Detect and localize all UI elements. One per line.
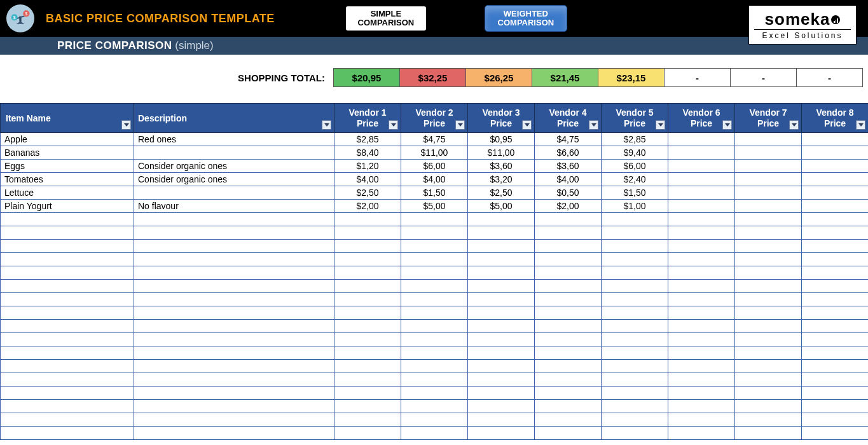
cell-price[interactable]: $2,50 (468, 186, 535, 200)
cell-price[interactable] (802, 240, 869, 253)
cell-price[interactable] (668, 333, 735, 346)
cell-description[interactable] (134, 360, 334, 373)
cell-price[interactable] (535, 320, 602, 333)
cell-price[interactable]: $1,50 (602, 186, 668, 200)
cell-price[interactable] (802, 226, 869, 240)
cell-description[interactable]: Consider organic ones (134, 160, 334, 173)
cell-price[interactable] (668, 200, 735, 213)
cell-price[interactable] (334, 306, 401, 320)
cell-price[interactable] (668, 413, 735, 427)
cell-price[interactable]: $0,50 (535, 186, 602, 200)
cell-price[interactable] (468, 280, 535, 293)
cell-price[interactable] (735, 133, 802, 146)
cell-price[interactable] (602, 213, 668, 226)
cell-price[interactable] (668, 373, 735, 387)
cell-description[interactable] (134, 293, 334, 306)
cell-price[interactable] (334, 387, 401, 400)
cell-price[interactable] (668, 400, 735, 413)
cell-item-name[interactable] (1, 346, 134, 360)
cell-price[interactable] (802, 373, 869, 387)
cell-price[interactable] (334, 346, 401, 360)
cell-item-name[interactable] (1, 253, 134, 266)
cell-price[interactable] (802, 400, 869, 413)
cell-item-name[interactable] (1, 226, 134, 240)
cell-price[interactable] (468, 400, 535, 413)
cell-price[interactable] (668, 306, 735, 320)
cell-price[interactable] (334, 400, 401, 413)
cell-price[interactable] (468, 427, 535, 440)
cell-price[interactable] (668, 160, 735, 173)
cell-price[interactable] (334, 226, 401, 240)
cell-item-name[interactable] (1, 306, 134, 320)
cell-price[interactable] (334, 240, 401, 253)
cell-price[interactable]: $4,00 (401, 173, 468, 186)
cell-price[interactable] (668, 360, 735, 373)
col-vendor-8[interactable]: Vendor 8Price (802, 104, 869, 133)
cell-price[interactable]: $4,00 (535, 173, 602, 186)
cell-price[interactable] (602, 226, 668, 240)
cell-description[interactable] (134, 427, 334, 440)
cell-price[interactable] (334, 413, 401, 427)
cell-price[interactable] (334, 253, 401, 266)
filter-dropdown-icon[interactable] (789, 120, 799, 130)
cell-price[interactable]: $6,00 (401, 160, 468, 173)
cell-item-name[interactable] (1, 320, 134, 333)
cell-price[interactable] (334, 373, 401, 387)
col-vendor-7[interactable]: Vendor 7Price (735, 104, 802, 133)
cell-price[interactable] (735, 293, 802, 306)
cell-price[interactable] (802, 146, 869, 160)
cell-description[interactable] (134, 306, 334, 320)
cell-price[interactable] (468, 373, 535, 387)
cell-price[interactable] (602, 280, 668, 293)
cell-price[interactable] (535, 306, 602, 320)
cell-item-name[interactable]: Eggs (1, 160, 134, 173)
col-vendor-3[interactable]: Vendor 3Price (468, 104, 535, 133)
cell-price[interactable] (802, 266, 869, 280)
cell-price[interactable] (468, 387, 535, 400)
tab-simple-comparison[interactable]: SIMPLE COMPARISON (345, 5, 427, 32)
cell-price[interactable] (735, 400, 802, 413)
cell-description[interactable] (134, 240, 334, 253)
cell-price[interactable] (401, 427, 468, 440)
cell-price[interactable]: $1,00 (602, 200, 668, 213)
cell-price[interactable] (468, 306, 535, 320)
cell-price[interactable] (535, 413, 602, 427)
cell-price[interactable] (802, 346, 869, 360)
cell-price[interactable] (334, 280, 401, 293)
filter-dropdown-icon[interactable] (389, 120, 398, 130)
cell-price[interactable] (802, 320, 869, 333)
cell-price[interactable] (668, 346, 735, 360)
cell-price[interactable]: $11,00 (401, 146, 468, 160)
cell-price[interactable]: $3,20 (468, 173, 535, 186)
cell-price[interactable]: $4,75 (401, 133, 468, 146)
cell-price[interactable] (334, 213, 401, 226)
cell-item-name[interactable] (1, 280, 134, 293)
cell-price[interactable] (802, 360, 869, 373)
filter-dropdown-icon[interactable] (522, 120, 532, 130)
cell-price[interactable] (735, 266, 802, 280)
cell-price[interactable] (602, 293, 668, 306)
cell-price[interactable] (401, 226, 468, 240)
cell-price[interactable] (602, 427, 668, 440)
cell-price[interactable] (735, 306, 802, 320)
cell-description[interactable] (134, 186, 334, 200)
cell-price[interactable] (802, 306, 869, 320)
filter-dropdown-icon[interactable] (589, 120, 598, 130)
cell-price[interactable] (668, 280, 735, 293)
cell-price[interactable] (401, 333, 468, 346)
cell-price[interactable] (735, 200, 802, 213)
cell-price[interactable] (802, 413, 869, 427)
cell-price[interactable] (802, 200, 869, 213)
cell-price[interactable] (735, 360, 802, 373)
cell-price[interactable]: $2,00 (535, 200, 602, 213)
cell-price[interactable] (401, 346, 468, 360)
cell-price[interactable] (535, 333, 602, 346)
cell-price[interactable] (668, 186, 735, 200)
cell-description[interactable] (134, 253, 334, 266)
cell-price[interactable] (468, 293, 535, 306)
filter-dropdown-icon[interactable] (656, 120, 665, 130)
cell-price[interactable] (468, 320, 535, 333)
cell-price[interactable] (735, 427, 802, 440)
cell-description[interactable]: Red ones (134, 133, 334, 146)
cell-price[interactable] (468, 240, 535, 253)
